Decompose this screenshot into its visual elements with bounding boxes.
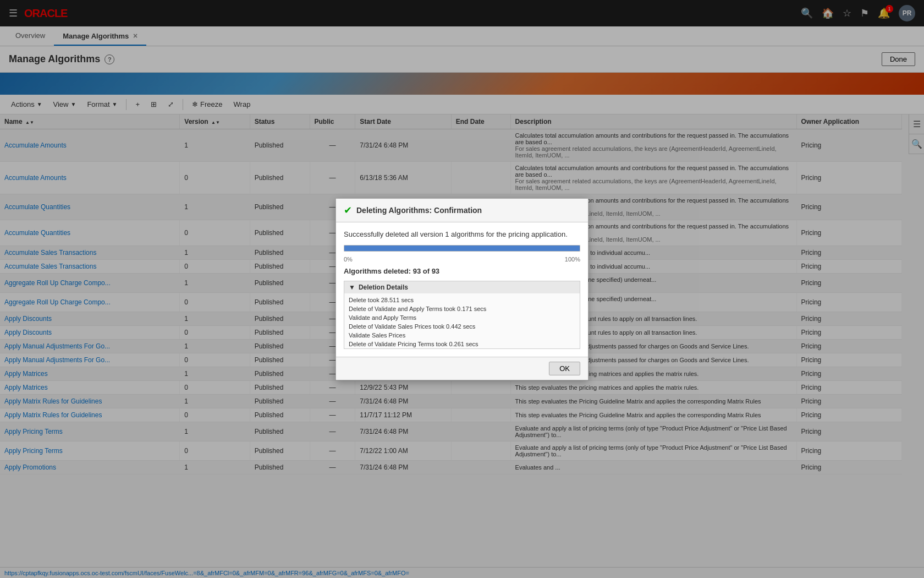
ok-button[interactable]: OK: [549, 362, 580, 375]
algorithms-count: Algorithms deleted: 93 of 93: [344, 267, 580, 275]
deletion-details-panel: ▼ Deletion Details Delete took 28.511 se…: [344, 281, 580, 349]
success-icon: ✔: [344, 204, 352, 216]
dialog-footer: OK: [336, 357, 588, 380]
deletion-detail-item: Delete of Validate Pricing Terms took 0.…: [349, 340, 575, 348]
deletion-detail-item: Delete took 28.511 secs: [349, 296, 575, 304]
deletion-details-body[interactable]: Delete took 28.511 secsDelete of Validat…: [344, 293, 580, 348]
dialog-overlay: ✔ Deleting Algorithms: Confirmation Succ…: [0, 0, 924, 578]
deletion-details-label: Deletion Details: [359, 283, 408, 291]
dialog-title: Deleting Algorithms: Confirmation: [356, 206, 482, 215]
progress-bar-fill: [344, 246, 580, 251]
deletion-detail-item: Delete of Validate Sales Prices took 0.4…: [349, 322, 575, 331]
progress-label-0: 0%: [344, 256, 353, 263]
progress-bar-background: [344, 245, 580, 252]
deletion-detail-item: Delete of Validate and Apply Terms took …: [349, 304, 575, 313]
deleting-algorithms-dialog: ✔ Deleting Algorithms: Confirmation Succ…: [336, 198, 588, 380]
progress-labels: 0% 100%: [344, 256, 580, 263]
deletion-details-header[interactable]: ▼ Deletion Details: [344, 281, 580, 293]
progress-container: [344, 245, 580, 252]
dialog-message: Successfully deleted all version 1 algor…: [344, 230, 580, 238]
dialog-body: Successfully deleted all version 1 algor…: [336, 222, 588, 357]
dialog-header: ✔ Deleting Algorithms: Confirmation: [336, 199, 588, 222]
progress-label-100: 100%: [565, 256, 580, 263]
deletion-detail-item: Validate Sales Prices: [349, 331, 575, 340]
collapse-icon: ▼: [349, 283, 355, 291]
deletion-detail-item: Validate and Apply Terms: [349, 313, 575, 322]
